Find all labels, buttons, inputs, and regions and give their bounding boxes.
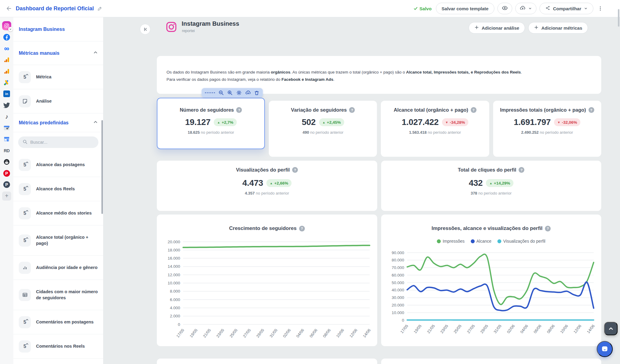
rail-item-pinterest-dark[interactable]: P — [2, 180, 11, 189]
help-icon[interactable]: ? — [292, 167, 298, 173]
metric-card-n-mero-de-seguidores[interactable]: Número de seguidores?19.127▲+2,7%18.625 … — [157, 98, 265, 149]
metric-value: 4.473 — [242, 178, 263, 188]
drag-handle-icon[interactable] — [205, 92, 215, 93]
zoom-out-icon[interactable] — [218, 90, 224, 96]
rail-item-meta[interactable]: ∞ — [2, 44, 11, 53]
rail-item-twitter[interactable] — [2, 101, 11, 110]
rail-item-add-channel[interactable]: + — [2, 192, 11, 201]
svg-text:10.000: 10.000 — [167, 281, 180, 285]
rail-item-tiktok[interactable]: ♪ — [2, 112, 11, 121]
rail-item-search-console[interactable] — [2, 123, 11, 133]
help-icon[interactable]: ? — [589, 107, 594, 113]
metric-card-audi-ncia-por-idade-e-g-nero[interactable]: Audiência por idade e gênero? — [157, 359, 377, 364]
chart-card-impressions-reach-views[interactable]: Impressões, alcance e visualizações do p… — [381, 215, 602, 346]
help-icon[interactable]: ? — [349, 107, 355, 113]
sidebar-item-alcance-total-org-nico-pago-[interactable]: 5Alcance total (orgânico + pago) — [13, 225, 103, 256]
download-button[interactable] — [515, 3, 536, 14]
notice-text: . — [333, 77, 335, 82]
sidebar-item-coment-rios-nos-reels[interactable]: 5Comentários nos Reels — [13, 334, 103, 359]
metric-count-icon: 5 — [19, 316, 31, 328]
metric-card-seguidores-por-g-nero[interactable]: Seguidores por gênero? — [381, 359, 602, 364]
channel-title: Instagram Business — [182, 20, 239, 27]
svg-text:20.000: 20.000 — [392, 303, 404, 307]
chart-card-follower-growth[interactable]: Crescimento de seguidores?02.0004.0006.0… — [157, 215, 377, 346]
more-options-icon[interactable] — [598, 6, 603, 11]
sidebar-item-cidades-com-o-maior-n-mero-de-seguidores[interactable]: Cidades com o maior número de seguidores — [13, 280, 103, 310]
notice-text: . As únicas métricas que trazem o total … — [290, 70, 406, 74]
channel-account: reportei — [182, 29, 195, 33]
add-analysis-button[interactable]: Adicionar análise — [469, 22, 525, 34]
rail-item-google-analytics-2[interactable] — [2, 67, 11, 76]
sidebar-item-an-lise[interactable]: Análise — [13, 89, 103, 113]
rail-item-google-business[interactable] — [2, 135, 11, 144]
sidebar-item-alcance-das-postagens[interactable]: 5Alcance das postagens — [13, 153, 103, 177]
add-channel-icon: + — [2, 192, 11, 201]
delta-badge: ▲+2,7% — [214, 118, 237, 126]
svg-text:21/05: 21/05 — [202, 328, 212, 339]
dashboard-title[interactable]: Dashboard de Reportei Oficial — [16, 5, 94, 12]
help-icon[interactable]: ? — [236, 107, 242, 113]
widget-download-icon[interactable] — [245, 90, 251, 96]
help-icon[interactable]: ? — [471, 107, 477, 113]
metric-card-impress-es-totais-org-nico-pago-[interactable]: Impressões totais (orgânico + pago)?1.69… — [493, 101, 601, 157]
legend-item: Alcance — [471, 239, 492, 244]
help-icon[interactable]: ? — [299, 226, 305, 231]
metric-card-alcance-total-org-nico-pago-[interactable]: Alcance total (orgânico + pago)?1.027.42… — [381, 101, 489, 157]
sidebar-channel-title[interactable]: Instagram Business — [13, 17, 103, 41]
mailchimp-icon — [3, 159, 10, 165]
metric-card-total-de-cliques-do-perfil[interactable]: Total de cliques do perfil?432▲+14,29%37… — [381, 161, 602, 211]
rail-item-facebook[interactable] — [2, 33, 11, 42]
page-scrollbar[interactable] — [618, 9, 619, 27]
svg-text:19/05: 19/05 — [189, 328, 198, 339]
google-business-icon — [3, 136, 10, 143]
collapse-sidebar-button[interactable] — [140, 24, 150, 34]
svg-text:50.000: 50.000 — [392, 280, 404, 285]
back-icon[interactable] — [6, 5, 12, 11]
sidebar-item-audi-ncia-por-idade-e-g-nero[interactable]: Audiência por idade e gênero — [13, 256, 103, 280]
plus-icon — [534, 25, 539, 31]
widget-settings-icon[interactable] — [236, 90, 242, 96]
save-template-button[interactable]: Salvar como template — [436, 3, 494, 14]
chart-legend: ImpressõesAlcanceVisualizações do perfil — [381, 239, 602, 244]
twitter-icon — [3, 102, 10, 109]
metrics-sidebar: Instagram Business Métricas manuais 5Mét… — [13, 17, 104, 364]
rail-item-instagram[interactable] — [2, 21, 11, 30]
sidebar-item-alcance-dos-reels[interactable]: 5Alcance dos Reels — [13, 177, 103, 201]
rail-item-rd-station[interactable]: RD — [2, 146, 11, 155]
add-metrics-button[interactable]: Adicionar métricas — [528, 22, 588, 34]
scroll-to-top-button[interactable] — [604, 322, 618, 335]
chevron-down-icon — [8, 27, 13, 31]
sidebar-item-coment-rios-em-postagens[interactable]: 5Comentários em postagens — [13, 310, 103, 334]
sidebar-scrollbar[interactable] — [101, 120, 103, 214]
svg-text:80.000: 80.000 — [392, 258, 404, 262]
legend-item: Visualizações do perfil — [497, 239, 545, 244]
sidebar-item-m-trica[interactable]: 5Métrica — [13, 65, 103, 89]
section-predefined-metrics[interactable]: Métricas predefinidas — [13, 113, 103, 132]
search-input[interactable] — [30, 140, 94, 145]
topbar: Dashboard de Reportei Oficial Salvo Salv… — [0, 0, 620, 17]
zoom-in-icon[interactable] — [227, 90, 233, 96]
preview-button[interactable] — [497, 3, 512, 14]
chart-title: Crescimento de seguidores — [229, 225, 297, 231]
section-manual-metrics[interactable]: Métricas manuais — [13, 41, 103, 65]
rail-item-pinterest[interactable]: P — [2, 169, 11, 178]
share-button[interactable]: Compartilhar — [539, 3, 593, 14]
help-icon[interactable]: ? — [545, 226, 551, 231]
rail-item-google-ads[interactable] — [2, 78, 11, 87]
delta-badge: ▲+2,45% — [319, 118, 344, 126]
svg-text:25/05: 25/05 — [229, 328, 238, 339]
svg-text:06/06: 06/06 — [533, 324, 542, 334]
sidebar-item-alcance-m-dio-dos-stories[interactable]: 5Alcance médio dos stories — [13, 201, 103, 225]
help-icon[interactable]: ? — [519, 167, 524, 173]
rail-item-linkedin[interactable]: in — [2, 89, 11, 98]
svg-text:40.000: 40.000 — [392, 288, 404, 292]
metric-card-visualiza-es-do-perfil[interactable]: Visualizações do perfil?4.473▲+2,66%4.35… — [157, 161, 377, 211]
sidebar-item-label: Audiência por idade e gênero — [36, 265, 97, 271]
rail-item-mailchimp[interactable] — [2, 157, 11, 166]
widget-delete-icon[interactable] — [254, 90, 259, 96]
svg-text:8.000: 8.000 — [170, 289, 180, 293]
rail-item-google-analytics[interactable] — [2, 55, 11, 64]
metric-card-varia-o-de-seguidores[interactable]: Variação de seguidores?502▲+2,45%490 no … — [269, 101, 377, 157]
chat-widget-button[interactable] — [597, 341, 613, 357]
edit-title-icon[interactable] — [97, 6, 102, 11]
